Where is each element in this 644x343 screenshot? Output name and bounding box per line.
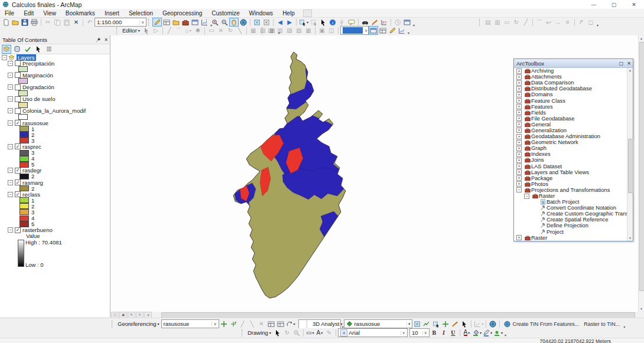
toolbox-item[interactable]: +Joins [514,157,627,163]
tool-item[interactable]: Create Custom Geographic Transformation [514,211,627,217]
add-control-points-icon[interactable] [219,319,229,328]
open-icon[interactable] [11,18,20,27]
expander-icon[interactable]: + [516,181,522,187]
layer-row[interactable]: −✓rasusosue [0,120,110,126]
close-icon[interactable]: ✕ [625,60,633,67]
select-elements-icon[interactable] [273,328,282,337]
editor-sketch-toggle-icon[interactable] [152,18,162,27]
toolbox-item[interactable]: +Features [514,104,627,110]
bold-button[interactable]: B [430,328,439,337]
3d-analyst-layer-combo[interactable]: rasusosue▾ [344,319,412,328]
tool-item[interactable]: Create Spatial Reference [514,217,627,223]
pause-drawing-icon[interactable]: ‖ [136,312,144,318]
tool-item[interactable]: SBatch Project [514,199,627,205]
menu-item-file[interactable]: File [0,9,19,17]
expander-icon[interactable]: − [8,192,13,197]
menu-item-help[interactable]: Help [278,9,300,17]
scroll-down-icon[interactable]: ▼ [639,306,644,312]
back-extent-icon[interactable]: ◀ [275,18,285,27]
menu-item-edit[interactable]: Edit [19,9,38,17]
scroll-up-icon[interactable]: ▲ [627,68,633,73]
zoom-out-icon[interactable] [220,18,229,27]
expander-icon[interactable]: + [516,80,522,86]
line-of-sight-icon[interactable] [441,319,450,328]
layer-row[interactable]: −✓rasprec [0,143,110,149]
toolbox-item[interactable]: +General [514,122,627,128]
options-icon[interactable] [388,26,397,35]
expander-icon[interactable]: − [8,168,13,173]
expander-icon[interactable]: + [516,140,522,145]
toolbar-grip[interactable] [148,19,151,26]
interpolate-line-icon[interactable] [422,319,431,328]
expander-icon[interactable]: − [8,180,13,185]
arctoolbox-scrollbar[interactable]: ▲ ▼ [627,68,633,241]
layer-name[interactable]: Uso de suelo [22,96,55,102]
expander-icon[interactable]: + [516,134,522,139]
list-by-source-icon[interactable] [12,45,22,54]
toolbar-grip[interactable] [479,19,482,26]
toolbox-item[interactable]: +Geodatabase Administration [514,133,627,139]
print-icon[interactable] [30,18,39,27]
toolbox-item[interactable]: +Indexes [514,151,627,157]
expander-icon[interactable]: + [516,86,522,92]
select-elements-icon[interactable] [318,18,328,27]
expander-icon[interactable]: − [8,227,13,233]
toolbar-overflow-icon[interactable]: ▾ [596,23,600,27]
toolbox-item[interactable]: +Fields [514,110,627,116]
back-view-icon[interactable]: ◂ [144,312,152,318]
restore-icon[interactable]: ▢ [617,60,625,67]
georeferencing-layer-combo[interactable]: rasusosue∨ [161,319,219,328]
vertical-scrollbar[interactable]: ▲ ▼ [638,35,644,312]
expander-icon[interactable]: − [8,84,13,90]
layer-checkbox[interactable] [15,84,21,90]
expander-icon[interactable]: + [516,128,522,133]
identify-icon[interactable]: i [328,18,337,27]
select-features-icon[interactable]: ▾ [298,18,309,27]
forward-extent-icon[interactable]: ▶ [285,18,294,27]
toolbox-item[interactable]: +Graph [514,145,627,151]
expander-icon[interactable]: + [516,122,522,127]
drawing-menu-button[interactable]: Drawing▾ [246,329,273,336]
font-combo[interactable]: aArial∨ [338,328,408,337]
maximize-button[interactable]: ▢ [604,0,624,9]
full-extent-icon[interactable] [239,18,248,27]
scroll-up-icon[interactable]: ▲ [639,35,644,41]
layer-name[interactable]: Precipitación [22,60,54,67]
layer-row[interactable]: −Uso de suelo [0,96,110,102]
apply-edits-icon[interactable] [369,26,378,35]
fixed-zoom-in-icon[interactable] [252,18,262,27]
toolbar-overflow-icon[interactable]: ▾ [412,23,416,27]
layer-name[interactable]: Degradación [22,84,54,90]
chevron-down-icon[interactable]: ∨ [422,331,427,335]
toolbox-item[interactable]: +Layers and Table Views [514,169,627,175]
toolbox-item[interactable]: +Photos [514,181,627,187]
tool-item[interactable]: Project [514,229,627,235]
toolbox-item[interactable]: +Distributed Geodatabase [514,86,627,92]
toolbox-item[interactable]: +File Geodatabase [514,116,627,122]
layer-checkbox[interactable] [15,60,21,66]
toolbar-grip[interactable] [116,27,119,34]
horizontal-scrollbar[interactable] [154,312,644,318]
toolbox-item[interactable]: +Attachments [514,74,627,80]
font-size-combo[interactable]: 10∨ [409,328,430,337]
toolbox-item[interactable]: +Package [514,175,627,181]
data-view-icon[interactable]: ▢ [111,312,119,318]
zoom-in-icon[interactable] [210,18,220,27]
start-cleanup-icon[interactable] [378,26,388,35]
pan-icon[interactable] [229,18,239,27]
layer-checkbox[interactable]: ✓ [15,168,21,174]
expander-icon[interactable]: − [8,73,13,78]
toolbox-item[interactable]: −Raster [514,193,627,199]
tool-item[interactable]: Define Projection [514,223,627,228]
layer-row[interactable]: −Marginación [0,72,110,78]
expander-icon[interactable]: + [516,92,522,97]
chevron-down-icon[interactable]: ∨ [401,331,405,335]
toc-options-icon[interactable] [44,45,54,54]
viewer-window-icon[interactable] [402,18,412,27]
fixed-zoom-out-icon[interactable] [262,18,271,27]
find-icon[interactable] [360,18,370,27]
expander-icon[interactable]: − [8,61,13,66]
save-icon[interactable] [20,18,30,27]
expander-icon[interactable]: + [516,152,522,157]
toc-root-row[interactable]: −Layers [0,54,110,60]
